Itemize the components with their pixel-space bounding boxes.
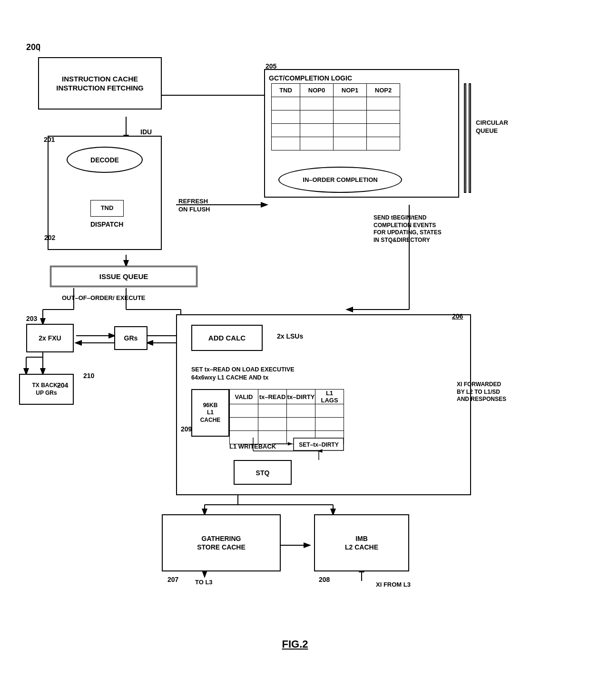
gathering-store-box: GATHERING STORE CACHE (162, 514, 281, 571)
instruction-cache-box: INSTRUCTION CACHE INSTRUCTION FETCHING (38, 57, 162, 110)
fxu-box: 2x FXU (26, 324, 74, 352)
to-l3-label: TO L3 (195, 579, 213, 587)
in-order-oval: IN–ORDER COMPLETION (278, 167, 402, 193)
decode-oval: DECODE (67, 147, 143, 173)
grs-box: GRs (114, 326, 148, 350)
send-tbegin-label: SEND tBEGIN/tEND COMPLETION EVENTS FOR U… (374, 214, 442, 244)
circular-queue-label: CIRCULAR QUEUE (476, 119, 508, 135)
svg-text:SET–tx–DIRTY: SET–tx–DIRTY (299, 441, 338, 448)
ref-204: 204 (57, 381, 68, 390)
ref-210: 210 (83, 371, 94, 380)
refresh-label: REFRESH ON FLUSH (178, 198, 210, 214)
ref-201: 201 (44, 135, 55, 144)
ref-202: 202 (44, 233, 55, 242)
dispatch-label: DISPATCH (90, 220, 123, 229)
ref-206: 206 (452, 312, 463, 320)
ref-200-arrow (26, 42, 40, 56)
nop1-header: NOP1 (334, 84, 367, 97)
gct-table: TND NOP0 NOP1 NOP2 (271, 83, 400, 150)
nop0-header: NOP0 (300, 84, 334, 97)
out-of-order-label: OUT–OF–ORDER/ EXECUTE (62, 294, 146, 302)
box-206: ADD CALC 2x LSUs SET tx–READ ON LOAD EXE… (176, 314, 471, 495)
imb-l2-box: IMB L2 CACHE (314, 514, 409, 571)
circular-queue-bar2 (469, 83, 471, 193)
nop2-header: NOP2 (367, 84, 400, 97)
inner-arrows: SET–tx–DIRTY STQ (177, 315, 470, 494)
ref-208: 208 (319, 575, 330, 584)
ref-205: 205 (266, 62, 276, 70)
circular-queue-bar1 (464, 83, 466, 193)
xi-from-l3-label: XI FROM L3 (376, 581, 411, 589)
tnd-header: TND (272, 84, 300, 97)
ref-207: 207 (167, 575, 178, 584)
xi-forwarded-label: XI FORWARDED BY L2 TO L1/SD AND RESPONSE… (457, 381, 506, 403)
tnd-small-box: TND (90, 200, 124, 217)
diagram-container: 200 INSTRUCTION CACHE INSTRUCTION FETCHI… (0, 0, 590, 700)
issue-queue-box: ISSUE QUEUE (50, 266, 197, 287)
svg-text:STQ: STQ (256, 469, 270, 477)
ref-203: 203 (26, 314, 37, 323)
idu-label: IDU (140, 128, 152, 136)
fig-label: FIG.2 (247, 638, 343, 650)
